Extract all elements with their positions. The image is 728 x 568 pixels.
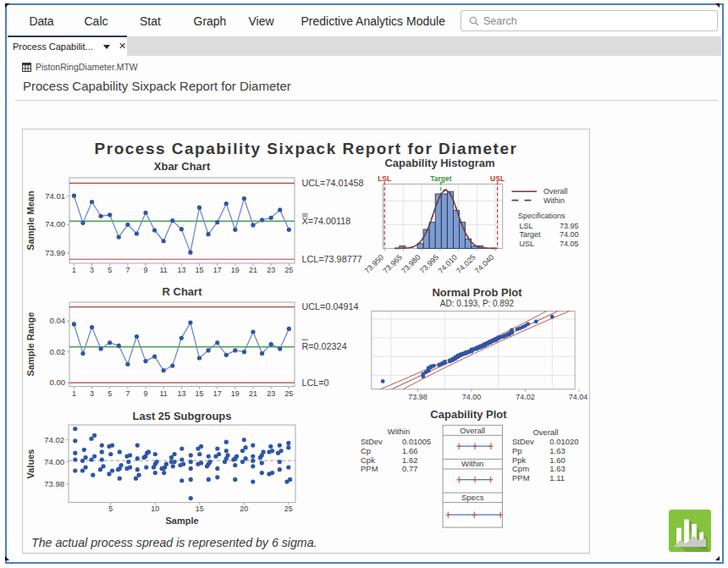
svg-text:13: 13: [177, 389, 185, 398]
svg-text:Capability Plot: Capability Plot: [430, 408, 507, 421]
svg-text:StDev: StDev: [512, 437, 534, 446]
svg-text:Within: Within: [388, 427, 410, 436]
svg-text:Sample Mean: Sample Mean: [25, 190, 36, 251]
svg-text:X=74.00118: X=74.00118: [302, 216, 351, 226]
svg-text:0.01005: 0.01005: [402, 437, 431, 446]
svg-text:0.04: 0.04: [50, 316, 66, 325]
svg-text:R=0.02324: R=0.02324: [302, 341, 347, 351]
svg-text:Sample: Sample: [165, 516, 198, 526]
svg-text:LSL: LSL: [520, 222, 533, 230]
svg-text:73.95: 73.95: [560, 222, 579, 230]
svg-text:20: 20: [240, 505, 248, 513]
svg-text:0.00: 0.00: [50, 378, 66, 387]
svg-text:74.010: 74.010: [436, 253, 459, 276]
svg-text:0.02: 0.02: [50, 347, 66, 356]
svg-text:73.98: 73.98: [44, 479, 64, 488]
svg-text:Cp: Cp: [361, 446, 371, 455]
svg-text:0.01020: 0.01020: [549, 437, 578, 446]
svg-text:74.00: 74.00: [45, 219, 65, 229]
svg-text:19: 19: [231, 389, 240, 398]
svg-text:3: 3: [90, 389, 94, 398]
svg-text:Target: Target: [430, 174, 452, 183]
svg-text:PPM: PPM: [512, 473, 530, 483]
svg-text:Within: Within: [543, 196, 565, 205]
svg-text:LCL=0: LCL=0: [302, 378, 329, 388]
svg-text:74.02: 74.02: [516, 393, 535, 401]
svg-text:73.965: 73.965: [381, 253, 404, 276]
svg-text:UCL=74.01458: UCL=74.01458: [302, 178, 364, 188]
svg-text:5: 5: [108, 389, 112, 398]
svg-text:Specs: Specs: [461, 493, 484, 502]
svg-text:Overall: Overall: [543, 187, 568, 196]
svg-text:73.99: 73.99: [45, 248, 65, 257]
svg-text:74.00: 74.00: [44, 457, 64, 466]
svg-text:73.950: 73.950: [363, 253, 386, 276]
svg-text:15: 15: [196, 505, 204, 513]
svg-text:Overall: Overall: [532, 427, 558, 437]
svg-text:Normal Prob Plot: Normal Prob Plot: [432, 286, 522, 299]
svg-text:5: 5: [108, 266, 112, 274]
svg-text:23: 23: [267, 266, 275, 274]
svg-text:1.62: 1.62: [402, 455, 418, 465]
svg-text:9: 9: [143, 389, 147, 398]
svg-text:21: 21: [249, 266, 257, 274]
svg-text:Last 25 Subgroups: Last 25 Subgroups: [132, 410, 231, 422]
svg-text:25: 25: [284, 266, 293, 274]
svg-text:73.980: 73.980: [400, 253, 422, 276]
svg-text:1.60: 1.60: [549, 455, 565, 465]
svg-text:17: 17: [213, 389, 222, 398]
svg-text:Xbar Chart: Xbar Chart: [154, 160, 211, 173]
svg-text:StDev: StDev: [361, 437, 383, 446]
svg-text:The actual process spread is r: The actual process spread is represented…: [31, 536, 317, 549]
svg-text:Ppk: Ppk: [512, 455, 527, 465]
svg-text:UCL=0.04914: UCL=0.04914: [302, 301, 359, 312]
svg-text:3: 3: [90, 266, 94, 274]
svg-text:Within: Within: [461, 459, 483, 468]
svg-text:Overall: Overall: [460, 426, 485, 435]
svg-text:Cpm: Cpm: [512, 464, 529, 473]
svg-text:73.995: 73.995: [418, 253, 441, 276]
svg-text:1: 1: [72, 389, 76, 398]
svg-text:74.04: 74.04: [569, 393, 588, 401]
svg-text:10: 10: [151, 505, 159, 513]
svg-text:Capability Histogram: Capability Histogram: [384, 157, 494, 169]
svg-text:Specifications: Specifications: [518, 212, 565, 220]
svg-text:Cpk: Cpk: [361, 455, 375, 465]
svg-text:5: 5: [108, 505, 113, 513]
svg-text:23: 23: [267, 389, 275, 398]
svg-text:USL: USL: [490, 174, 505, 183]
svg-text:R Chart: R Chart: [163, 285, 203, 298]
svg-text:19: 19: [231, 266, 240, 274]
svg-text:LSL: LSL: [378, 174, 391, 183]
svg-text:1: 1: [72, 266, 76, 274]
svg-text:Pp: Pp: [512, 446, 522, 455]
svg-text:25: 25: [284, 505, 293, 513]
svg-text:9: 9: [143, 266, 147, 274]
svg-text:Target: Target: [520, 230, 542, 239]
svg-text:74.00: 74.00: [560, 230, 579, 239]
svg-text:74.02: 74.02: [44, 435, 64, 444]
svg-text:25: 25: [284, 389, 293, 398]
svg-text:74.00: 74.00: [462, 393, 482, 401]
svg-text:74.025: 74.025: [455, 253, 477, 276]
svg-text:74.040: 74.040: [473, 253, 496, 276]
svg-text:Values: Values: [25, 449, 36, 479]
svg-text:Sample Range: Sample Range: [25, 312, 36, 377]
svg-text:USL: USL: [520, 240, 535, 248]
svg-text:11: 11: [160, 266, 168, 274]
svg-text:73.98: 73.98: [408, 393, 427, 401]
svg-text:21: 21: [249, 389, 257, 398]
svg-text:15: 15: [195, 389, 203, 398]
svg-text:1.63: 1.63: [549, 446, 565, 455]
svg-text:1.11: 1.11: [549, 473, 565, 483]
svg-text:PPM: PPM: [361, 464, 378, 473]
svg-text:11: 11: [160, 389, 168, 398]
svg-text:1.63: 1.63: [549, 464, 565, 473]
svg-text:74.05: 74.05: [560, 240, 579, 248]
svg-text:13: 13: [177, 266, 185, 274]
svg-text:7: 7: [125, 389, 130, 398]
svg-text:7: 7: [125, 266, 130, 274]
svg-text:0.77: 0.77: [402, 464, 418, 473]
svg-text:15: 15: [195, 266, 203, 274]
svg-text:AD: 0.193, P: 0.892: AD: 0.193, P: 0.892: [440, 299, 515, 308]
